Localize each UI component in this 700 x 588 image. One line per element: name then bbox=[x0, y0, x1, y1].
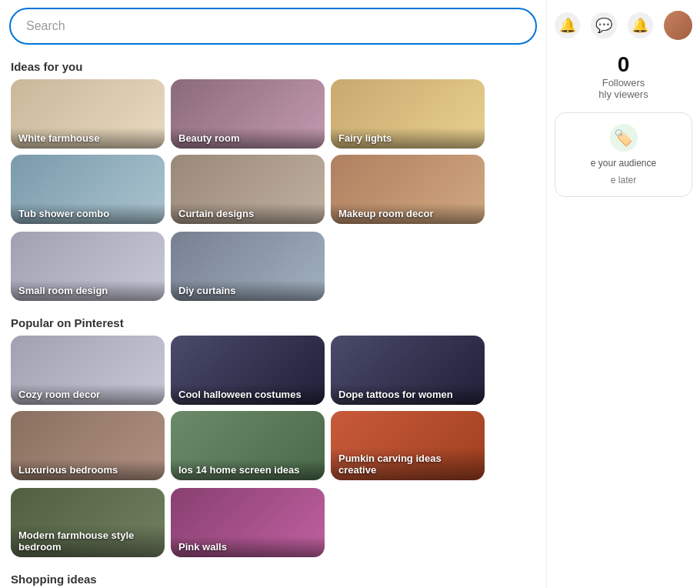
tile-item[interactable]: Ios 14 home screen ideas bbox=[171, 411, 325, 480]
followers-label: Followers bbox=[555, 77, 692, 89]
tag-card-text: e your audience bbox=[591, 158, 656, 169]
monthly-viewers-label: hly viewers bbox=[555, 89, 692, 100]
tile-item[interactable]: Tub shower combo bbox=[11, 155, 165, 224]
tile-item[interactable]: Luxurious bedrooms bbox=[11, 411, 165, 480]
notification-icon: 🔔 bbox=[632, 17, 648, 34]
tile-label: Makeup room decor bbox=[331, 203, 485, 224]
bell-icon: 🔔 bbox=[559, 17, 576, 34]
sidebar: 🔔 💬 🔔 0 Followers hly viewers 🏷️ e your … bbox=[546, 0, 700, 588]
followers-box: 0 Followers hly viewers bbox=[555, 52, 692, 100]
tile-item[interactable]: Small room design bbox=[11, 232, 165, 301]
chat-button[interactable]: 💬 bbox=[591, 12, 616, 38]
search-input[interactable] bbox=[9, 8, 537, 45]
tile-item[interactable]: Pumkin carving ideas creative bbox=[331, 411, 485, 480]
popular-tile-grid-row2: Modern farmhouse style bedroomPink walls bbox=[0, 488, 546, 565]
tile-label: Luxurious bedrooms bbox=[11, 459, 165, 480]
tile-label: Dope tattoos for women bbox=[331, 384, 485, 405]
tile-item[interactable]: Modern farmhouse style bedroom bbox=[11, 488, 165, 557]
bell-button[interactable]: 🔔 bbox=[555, 12, 580, 38]
tile-label: Pink walls bbox=[171, 536, 325, 557]
tag-icon: 🏷️ bbox=[610, 124, 638, 152]
tile-label: Tub shower combo bbox=[11, 203, 165, 224]
main-area: Ideas for you White farmhouseBeauty room… bbox=[0, 0, 546, 588]
tile-item[interactable]: Curtain designs bbox=[171, 155, 325, 224]
tile-item[interactable]: Makeup room decor bbox=[331, 155, 485, 224]
ideas-tile-grid-row2: Small room designDiy curtains bbox=[0, 232, 546, 309]
tag-card-later: e later bbox=[611, 175, 636, 185]
tile-label: White farmhouse bbox=[11, 128, 165, 149]
popular-heading: Popular on Pinterest bbox=[0, 309, 546, 336]
tile-item[interactable]: Diy curtains bbox=[171, 232, 325, 301]
tile-label: Diy curtains bbox=[171, 280, 325, 301]
tile-item[interactable]: White farmhouse bbox=[11, 79, 165, 149]
tile-label: Pumkin carving ideas creative bbox=[331, 448, 485, 480]
notification-button[interactable]: 🔔 bbox=[628, 12, 653, 38]
tile-item[interactable]: Dope tattoos for women bbox=[331, 336, 485, 405]
tile-item[interactable]: Cozy room decor bbox=[11, 336, 165, 405]
tile-label: Curtain designs bbox=[171, 203, 325, 224]
chat-icon: 💬 bbox=[595, 17, 612, 34]
sidebar-topbar: 🔔 💬 🔔 bbox=[555, 11, 692, 40]
tile-label: Beauty room bbox=[171, 128, 325, 149]
tile-label: Cozy room decor bbox=[11, 384, 165, 405]
tile-item[interactable]: Pink walls bbox=[171, 488, 325, 557]
tag-card: 🏷️ e your audience e later bbox=[555, 112, 692, 197]
ideas-for-you-heading: Ideas for you bbox=[0, 52, 546, 79]
search-bar-wrapper bbox=[0, 0, 546, 52]
tile-label: Ios 14 home screen ideas bbox=[171, 459, 325, 480]
tile-item[interactable]: Cool halloween costumes bbox=[171, 336, 325, 405]
followers-count: 0 bbox=[555, 52, 692, 77]
ideas-tile-grid: White farmhouseBeauty roomFairy lightsTu… bbox=[0, 79, 546, 232]
tile-label: Fairy lights bbox=[331, 128, 485, 149]
avatar[interactable] bbox=[664, 11, 692, 40]
tile-item[interactable]: Fairy lights bbox=[331, 79, 485, 149]
shopping-heading: Shopping ideas bbox=[0, 565, 546, 588]
tile-label: Small room design bbox=[11, 280, 165, 301]
tile-item[interactable]: Beauty room bbox=[171, 79, 325, 149]
tile-label: Modern farmhouse style bedroom bbox=[11, 525, 165, 557]
tile-label: Cool halloween costumes bbox=[171, 384, 325, 405]
popular-tile-grid: Cozy room decorCool halloween costumesDo… bbox=[0, 336, 546, 488]
